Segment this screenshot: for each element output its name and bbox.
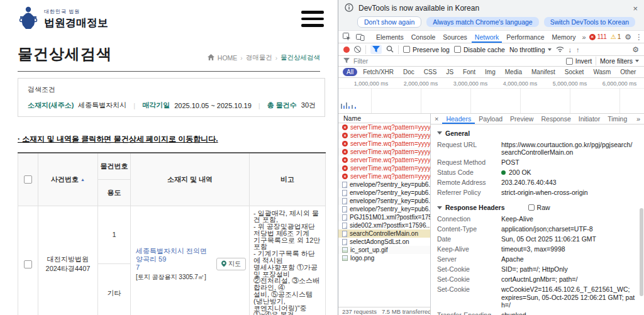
network-request-row[interactable]: envelope/?sentry_key=pub6... <box>338 205 430 213</box>
search-icon[interactable] <box>386 45 394 54</box>
kebab-menu-icon[interactable]: ⋮ <box>635 33 643 41</box>
device-toolbar-icon[interactable] <box>354 33 367 41</box>
tab-elements[interactable]: Elements <box>373 31 407 43</box>
dont-show-again-button[interactable]: Don't show again <box>357 16 421 28</box>
network-request-row[interactable]: envelope/?sentry_key=pub6... <box>338 197 430 205</box>
disable-cache-toggle[interactable]: Disable cache <box>454 46 505 53</box>
raw-checkbox[interactable] <box>528 204 535 211</box>
network-conditions-icon[interactable] <box>556 46 564 53</box>
tab-timing[interactable]: Timing <box>604 114 631 124</box>
header-value: Apache <box>501 255 635 263</box>
disable-cache-checkbox[interactable] <box>454 46 461 53</box>
field-value-total-count: 30건 <box>301 101 316 110</box>
field-label-location: 소재지(새주소) <box>28 101 74 110</box>
network-request-row[interactable]: serverTime.wq?pattern=yyyy... <box>338 131 430 140</box>
collapse-triangle-icon <box>437 206 442 209</box>
settings-gear-icon[interactable]: ⚙ <box>625 33 631 41</box>
network-request-row[interactable]: PGJ151M01.xml?postfix=175... <box>338 213 430 221</box>
infobar-close-icon[interactable]: × <box>633 4 638 13</box>
network-request-row[interactable]: serverTime.wq?pattern=yyyy... <box>338 140 430 148</box>
network-request-row[interactable]: serverTime.wq?pattern=yyyy... <box>338 123 430 131</box>
select-all-checkbox[interactable] <box>24 175 32 184</box>
tab-sources[interactable]: Sources <box>440 31 470 43</box>
name-column-header[interactable]: Name <box>338 114 430 123</box>
chip-wasm[interactable]: Wasm <box>589 68 614 76</box>
warning-count-badge[interactable]: ⚠1 <box>611 33 621 40</box>
network-request-row[interactable]: selectAdongSdLst.on <box>338 238 430 246</box>
row-checkbox[interactable] <box>24 260 32 268</box>
invert-checkbox[interactable] <box>566 58 573 65</box>
preserve-log-toggle[interactable]: Preserve log <box>403 46 450 53</box>
tab-preview[interactable]: Preview <box>506 114 537 124</box>
network-request-row[interactable]: ic_sort_up.gif <box>338 246 430 254</box>
chip-socket[interactable]: Socket <box>561 68 588 76</box>
network-request-row[interactable]: envelope/?sentry_key=pub6... <box>338 180 430 189</box>
invert-filter-toggle[interactable]: Invert <box>566 57 592 65</box>
chip-manifest[interactable]: Manifest <box>528 68 559 76</box>
filter-input[interactable] <box>353 57 448 65</box>
close-details-icon[interactable]: × <box>431 115 442 123</box>
status-ok-icon <box>501 170 506 175</box>
tab-response[interactable]: Response <box>537 114 574 124</box>
breadcrumb-level1[interactable]: 경매물건 <box>246 53 272 62</box>
breadcrumb-home[interactable]: HOME <box>218 54 238 62</box>
chip-css[interactable]: CSS <box>420 68 441 76</box>
error-icon <box>342 124 348 130</box>
clear-network-log-icon[interactable] <box>354 46 361 53</box>
location-link[interactable]: 세종특별자치시 전의면 양곡리 59 7 <box>136 247 214 272</box>
always-match-language-button[interactable]: Always match Chrome's language <box>426 17 538 27</box>
tab-headers[interactable]: Headers <box>442 114 475 124</box>
chip-other[interactable]: Other <box>616 68 640 76</box>
chip-fetch-xhr[interactable]: Fetch/XHR <box>359 68 397 76</box>
error-count-badge[interactable]: 111 <box>589 33 607 40</box>
tab-memory[interactable]: Memory <box>548 31 579 43</box>
filter-toggle-icon[interactable] <box>370 45 382 54</box>
general-section-header[interactable]: General <box>437 128 635 138</box>
chip-media[interactable]: Media <box>501 68 526 76</box>
col-header-item-no: 물건번호 <box>98 153 131 179</box>
inspect-element-icon[interactable] <box>341 33 353 41</box>
import-har-icon[interactable]: ↓ <box>569 46 572 53</box>
tab-network[interactable]: Network <box>472 31 502 43</box>
export-har-icon[interactable]: ↑ <box>576 46 580 53</box>
home-icon[interactable] <box>208 54 214 62</box>
header-row: Remote Address203.240.76.40:443 <box>437 179 635 187</box>
tab-payload[interactable]: Payload <box>475 114 506 124</box>
chip-js[interactable]: JS <box>442 68 457 76</box>
map-button[interactable]: 지도 <box>216 258 246 270</box>
network-request-row[interactable]: serverTime.wq?pattern=yyyy... <box>338 164 430 172</box>
chip-img[interactable]: Img <box>481 68 499 76</box>
tab-performance[interactable]: Performance <box>503 31 547 43</box>
network-request-row[interactable]: envelope/?sentry_key=pub6... <box>338 189 430 197</box>
image-icon <box>342 255 348 261</box>
throttling-dropdown[interactable]: No throttling <box>509 46 552 53</box>
network-settings-gear-icon[interactable]: ⚙ <box>632 45 639 54</box>
chip-all[interactable]: All <box>343 68 357 76</box>
network-request-row-selected[interactable]: searchControllerMain.on <box>338 229 430 238</box>
preserve-log-checkbox[interactable] <box>403 46 410 53</box>
tab-initiator[interactable]: Initiator <box>575 114 604 124</box>
network-request-row[interactable]: serverTime.wq?pattern=yyyy... <box>338 156 430 164</box>
network-request-row[interactable]: serverTime.wq?pattern=yyyy... <box>338 172 430 180</box>
network-request-row[interactable]: logo.png <box>338 254 430 262</box>
site-logo[interactable]: 대한민국 법원 법원경매정보 <box>18 6 108 32</box>
more-filters-dropdown[interactable]: More filters <box>600 57 639 65</box>
switch-to-korean-button[interactable]: Switch DevTools to Korean <box>544 17 635 27</box>
header-label: Date <box>437 235 501 243</box>
more-tabs-icon[interactable]: » <box>580 33 587 41</box>
network-request-row[interactable]: serverTime.wq?pattern=yyyy... <box>338 148 430 156</box>
network-overview-timeline[interactable]: 1,000,000 ms 2,000,000 ms 3,000,000 ms 4… <box>338 78 644 114</box>
tab-console[interactable]: Console <box>408 31 439 43</box>
record-button[interactable] <box>343 47 350 53</box>
sort-asc-icon[interactable]: ▲ <box>80 177 85 182</box>
response-headers-section-header[interactable]: Response Headers Raw <box>437 202 635 213</box>
chip-font[interactable]: Font <box>459 68 479 76</box>
raw-toggle[interactable]: Raw <box>528 204 550 211</box>
details-scrollbar[interactable] <box>640 208 643 296</box>
more-detail-tabs-icon[interactable]: » <box>633 115 644 123</box>
network-request-row[interactable]: side002.xml?postfix=17596... <box>338 221 430 229</box>
menu-button[interactable] <box>301 11 324 27</box>
field-label-total-count: 총 물건수 <box>267 101 297 110</box>
header-value: cortAuctnLgnMbr=; path=/ <box>501 275 635 284</box>
chip-doc[interactable]: Doc <box>399 68 418 76</box>
